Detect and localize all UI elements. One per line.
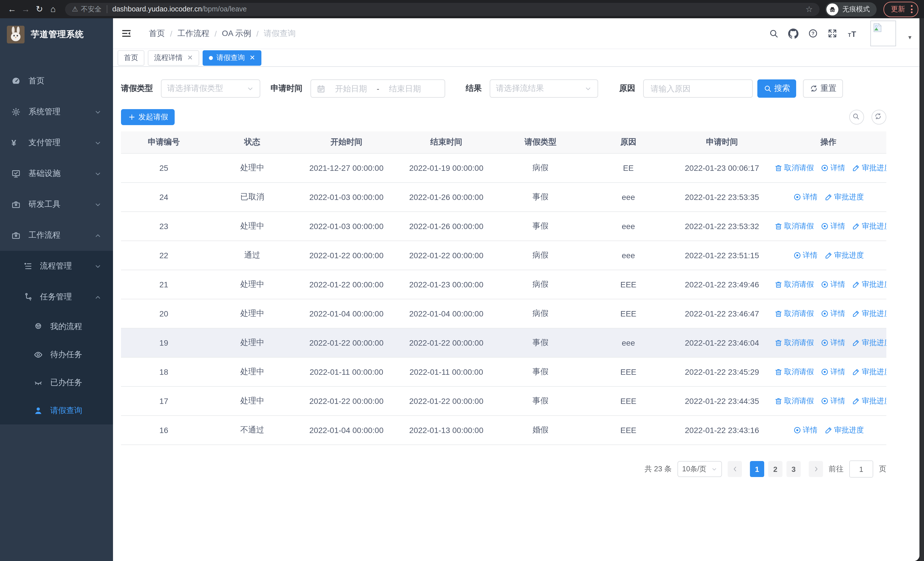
cell-leave-type: 病假: [498, 270, 583, 299]
action-cancel-link[interactable]: 取消请假: [774, 279, 814, 289]
end-date-input[interactable]: [384, 83, 426, 94]
browser-reload-icon[interactable]: ↻: [33, 0, 46, 18]
cell-apply-id: 25: [121, 153, 207, 182]
action-progress-link[interactable]: 审批进度: [852, 337, 886, 347]
action-cancel-link[interactable]: 取消请假: [774, 367, 814, 377]
close-icon[interactable]: ✕: [249, 54, 255, 62]
table-row: 21处理中2022-01-22 00:00:002022-01-23 00:00…: [121, 270, 886, 299]
action-progress-link[interactable]: 审批进度: [824, 192, 864, 202]
breadcrumb-oa[interactable]: OA 示例: [222, 28, 251, 39]
github-icon[interactable]: [789, 28, 799, 39]
chevron-down-icon: [584, 85, 592, 92]
toggle-search-button[interactable]: [849, 110, 864, 125]
apply-time-range-picker[interactable]: -: [310, 80, 445, 98]
action-cancel-link[interactable]: 取消请假: [774, 308, 814, 319]
tab-process-detail[interactable]: 流程详情 ✕: [148, 50, 199, 65]
address-bar[interactable]: ⚠ 不安全 dashboard.yudao.iocoder.cn /bpm/oa…: [65, 3, 819, 16]
browser-back-icon[interactable]: ←: [6, 0, 18, 18]
reason-input[interactable]: [650, 83, 747, 94]
sidebar-item-home[interactable]: 首页: [0, 66, 113, 96]
action-detail-link[interactable]: 详情: [821, 279, 845, 289]
sidebar-item-payment[interactable]: ¥ 支付管理: [0, 127, 113, 158]
sidebar-item-todo-tasks[interactable]: 待办任务: [0, 340, 113, 368]
page-button-1[interactable]: 1: [750, 461, 764, 477]
sidebar-item-task-mgmt[interactable]: 任务管理: [0, 282, 113, 313]
search-button[interactable]: 搜索: [758, 80, 796, 98]
breadcrumb-home[interactable]: 首页: [149, 28, 165, 39]
app-logo-row[interactable]: 芋道管理系统: [0, 18, 113, 50]
action-progress-link[interactable]: 审批进度: [852, 221, 886, 231]
action-detail-link[interactable]: 详情: [821, 162, 845, 173]
action-progress-link[interactable]: 审批进度: [824, 425, 864, 435]
browser-forward-icon[interactable]: →: [20, 0, 32, 18]
sidebar-item-my-process[interactable]: 我的流程: [0, 313, 113, 340]
action-progress-link[interactable]: 审批进度: [852, 279, 886, 289]
action-detail-link[interactable]: 详情: [793, 250, 818, 260]
trash-icon: [774, 309, 783, 317]
search-icon[interactable]: [769, 29, 779, 38]
browser-home-icon[interactable]: ⌂: [47, 0, 59, 18]
browser-update-chip[interactable]: 更新: [884, 2, 918, 17]
fullscreen-icon[interactable]: [828, 29, 837, 38]
table-body: 25处理中2021-12-27 00:00:002022-01-19 00:00…: [121, 153, 886, 445]
sidebar-item-devtools[interactable]: 研发工具: [0, 189, 113, 220]
table-row: 24已取消2022-01-03 00:00:002022-01-26 00:00…: [121, 182, 886, 212]
sidebar-item-infra[interactable]: 基础设施: [0, 158, 113, 189]
action-cancel-link[interactable]: 取消请假: [774, 162, 814, 173]
action-cancel-link[interactable]: 取消请假: [774, 337, 814, 347]
sidebar-collapse-icon[interactable]: [121, 29, 132, 38]
action-detail-link[interactable]: 详情: [793, 425, 818, 435]
page-button-2[interactable]: 2: [768, 461, 783, 477]
reset-button[interactable]: 重置: [803, 80, 843, 98]
action-cancel-link[interactable]: 取消请假: [774, 396, 814, 406]
avatar-caret-icon[interactable]: ▾: [908, 34, 912, 41]
sidebar-item-leave-query[interactable]: 请假查询: [0, 397, 113, 424]
window-scrollbar[interactable]: [920, 18, 924, 561]
action-progress-link[interactable]: 审批进度: [852, 367, 886, 377]
sidebar-item-process-mgmt[interactable]: 流程管理: [0, 251, 113, 282]
reason-label: 原因: [619, 83, 635, 94]
refresh-table-button[interactable]: [872, 110, 886, 125]
page-size-select[interactable]: 10条/页: [678, 461, 722, 477]
action-progress-link[interactable]: 审批进度: [852, 308, 886, 319]
action-detail-link[interactable]: 详情: [821, 337, 845, 347]
sidebar-item-done-tasks[interactable]: 已办任务: [0, 368, 113, 397]
action-detail-link[interactable]: 详情: [821, 308, 845, 319]
action-progress-link[interactable]: 审批进度: [852, 162, 886, 173]
avatar[interactable]: [871, 21, 896, 46]
breadcrumb: 首页 / 工作流程 / OA 示例 / 请假查询: [149, 28, 296, 39]
update-label[interactable]: 更新: [891, 4, 905, 14]
bookmark-star-icon[interactable]: ☆: [806, 5, 813, 14]
start-date-input[interactable]: [330, 83, 372, 94]
page-button-3[interactable]: 3: [786, 461, 801, 477]
tab-home[interactable]: 首页: [118, 50, 144, 65]
font-size-icon[interactable]: TT: [847, 28, 859, 39]
result-select[interactable]: 请选择流结果: [490, 80, 598, 98]
action-detail-link[interactable]: 详情: [821, 367, 845, 377]
action-progress-link[interactable]: 审批进度: [824, 250, 864, 260]
breadcrumb-workflow[interactable]: 工作流程: [177, 28, 210, 39]
goto-page-input[interactable]: [849, 460, 873, 478]
tab-leave-query[interactable]: 请假查询 ✕: [202, 50, 261, 65]
prev-page-button[interactable]: [728, 461, 742, 477]
create-leave-button[interactable]: 发起请假: [121, 109, 175, 125]
action-cancel-link[interactable]: 取消请假: [774, 221, 814, 231]
table-row: 22通过2022-01-22 00:00:002022-01-22 00:00:…: [121, 241, 886, 270]
action-detail-link[interactable]: 详情: [821, 221, 845, 231]
browser-menu-icon[interactable]: [911, 5, 913, 13]
table-header-row: 申请编号 状态 开始时间 结束时间 请假类型 原因 申请时间 操作: [121, 131, 886, 153]
table-row: 18处理中2022-01-11 00:00:002022-01-11 00:00…: [121, 357, 886, 387]
help-icon[interactable]: ?: [808, 29, 818, 38]
sidebar-item-system[interactable]: 系统管理: [0, 96, 113, 127]
apply-time-label: 申请时间: [270, 83, 303, 94]
action-detail-link[interactable]: 详情: [793, 192, 818, 202]
eye-icon: [34, 350, 43, 359]
action-detail-link[interactable]: 详情: [821, 396, 845, 406]
cell-start-time: 2022-01-22 00:00:00: [298, 387, 395, 416]
leave-type-select[interactable]: 请选择请假类型: [161, 80, 260, 98]
next-page-button[interactable]: [809, 461, 823, 477]
action-progress-link[interactable]: 审批进度: [852, 396, 886, 406]
svg-text:?: ?: [812, 31, 815, 36]
close-icon[interactable]: ✕: [187, 54, 193, 62]
sidebar-item-workflow[interactable]: 工作流程: [0, 220, 113, 251]
